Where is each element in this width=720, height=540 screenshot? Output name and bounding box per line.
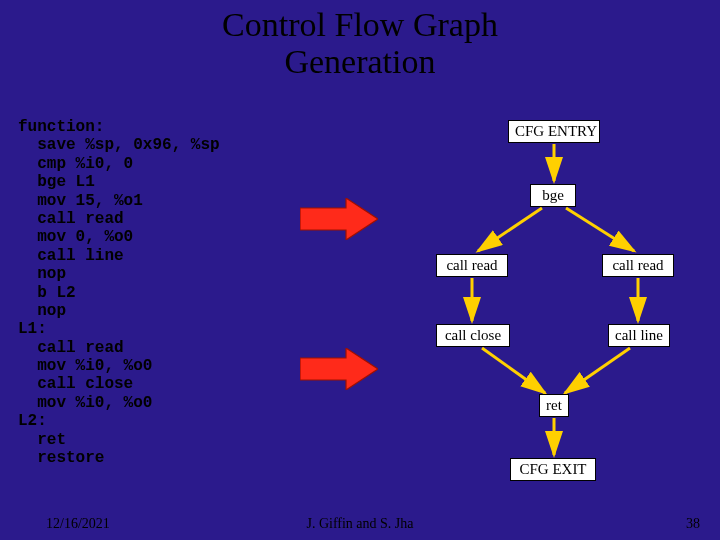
node-call-line: call line (608, 324, 670, 347)
svg-marker-1 (300, 348, 378, 390)
cfg-edges (402, 110, 702, 510)
node-call-close: call close (436, 324, 510, 347)
footer-page: 38 (686, 516, 700, 532)
node-cfg-exit: CFG EXIT (510, 458, 596, 481)
assembly-code-listing: function: save %sp, 0x96, %sp cmp %i0, 0… (18, 118, 220, 467)
node-call-read-r: call read (602, 254, 674, 277)
red-arrow-lower (300, 348, 378, 390)
node-call-read-l: call read (436, 254, 508, 277)
svg-line-4 (566, 208, 634, 251)
svg-line-8 (565, 348, 630, 393)
svg-line-7 (482, 348, 545, 393)
slide-title: Control Flow Graph Generation (0, 0, 720, 81)
node-cfg-entry: CFG ENTRY (508, 120, 600, 143)
footer-date: 12/16/2021 (46, 516, 110, 532)
title-line-1: Control Flow Graph (0, 6, 720, 43)
title-line-2: Generation (0, 43, 720, 80)
node-bge: bge (530, 184, 576, 207)
footer-authors: J. Giffin and S. Jha (306, 516, 413, 532)
svg-marker-0 (300, 198, 378, 240)
svg-line-3 (478, 208, 542, 251)
cfg-diagram: CFG ENTRY bge call read call read call c… (402, 110, 702, 510)
red-arrow-upper (300, 198, 378, 240)
node-ret: ret (539, 394, 569, 417)
